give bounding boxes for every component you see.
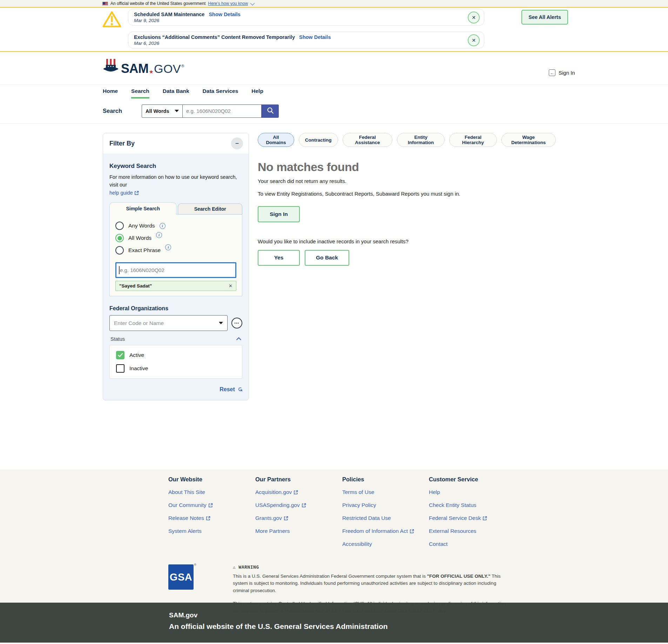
footer-link-acquisition-gov[interactable]: Acquisition.gov xyxy=(255,489,342,495)
alert-close-icon[interactable]: ✕ xyxy=(468,34,480,46)
go-back-button[interactable]: Go Back xyxy=(305,250,349,266)
footer-link-grants-gov[interactable]: Grants.gov xyxy=(255,515,342,521)
footer-col-our-partners: Our Partners Acquisition.gov USASpending… xyxy=(255,476,342,554)
status-section-label: Status xyxy=(110,336,125,342)
footer-link-system-alerts[interactable]: System Alerts xyxy=(168,528,255,534)
info-icon[interactable]: i xyxy=(165,244,171,250)
footer-link-accessibility[interactable]: Accessibility xyxy=(342,541,429,547)
tab-search-editor[interactable]: Search Editor xyxy=(178,203,242,215)
chevron-up-icon[interactable] xyxy=(236,337,241,342)
sam-gov-logo[interactable]: SAM ★ GOV ® xyxy=(103,58,184,75)
footer-link-release-notes[interactable]: Release Notes xyxy=(168,515,255,521)
checkbox-inactive[interactable] xyxy=(116,364,124,373)
us-flag-icon xyxy=(102,2,108,6)
magnifier-icon xyxy=(266,107,274,115)
footer-link-more-partners[interactable]: More Partners xyxy=(255,528,342,534)
checkbox-active[interactable] xyxy=(116,351,124,359)
warning-paragraph-1: This is a U.S. General Services Administ… xyxy=(233,573,512,594)
radio-exact-phrase[interactable] xyxy=(115,246,124,255)
pill-all-domains[interactable]: All Domains xyxy=(258,133,294,147)
alert-title: Exclusions “Additional Comments” Content… xyxy=(134,34,295,40)
caret-down-icon[interactable] xyxy=(219,322,223,324)
pill-entity-information[interactable]: Entity Information xyxy=(397,133,445,147)
nav-item-search[interactable]: Search xyxy=(131,85,149,99)
footer-link-foia[interactable]: Freedom of Information Act xyxy=(342,528,429,534)
footer-link-restricted-data-use[interactable]: Restricted Data Use xyxy=(342,515,429,521)
pill-wage-determinations[interactable]: Wage Determinations xyxy=(501,133,556,147)
footer-link-about-this-site[interactable]: About This Site xyxy=(168,489,255,495)
filter-panel-title: Filter By xyxy=(109,140,135,147)
pill-contracting[interactable]: Contracting xyxy=(299,133,338,147)
footer-link-check-entity-status[interactable]: Check Entity Status xyxy=(429,502,534,508)
chevron-down-icon xyxy=(250,1,255,5)
gsa-logo: GSA ® xyxy=(168,564,194,590)
alert-date: Mar 9, 2026 xyxy=(134,18,463,23)
footer-col-customer-service: Customer Service Help Check Entity Statu… xyxy=(429,476,534,554)
checkbox-label: Inactive xyxy=(129,365,148,372)
collapse-filters-icon[interactable]: − xyxy=(231,137,243,149)
chip-remove-icon[interactable]: ✕ xyxy=(229,283,232,289)
nav-item-data-bank[interactable]: Data Bank xyxy=(163,85,189,99)
info-icon[interactable]: i xyxy=(160,223,166,229)
alerts-section: Scheduled SAM Maintenance Show Details M… xyxy=(0,8,668,52)
federal-org-combobox[interactable] xyxy=(109,315,228,331)
alert-date: Mar 6, 2026 xyxy=(134,41,463,46)
help-guide-link[interactable]: help guide xyxy=(109,189,139,197)
alert-title: Scheduled SAM Maintenance xyxy=(134,12,204,17)
org-hierarchy-more-icon[interactable]: ••• xyxy=(231,318,242,328)
reset-filters-link[interactable]: Reset xyxy=(220,386,235,393)
warning-triangle-icon xyxy=(102,10,122,30)
radio-all-words[interactable] xyxy=(115,234,124,242)
info-icon[interactable]: i xyxy=(156,232,162,238)
nav-item-data-services[interactable]: Data Services xyxy=(203,85,238,99)
see-all-alerts-button[interactable]: See All Alerts xyxy=(521,10,568,25)
logo-star-icon: ★ xyxy=(149,69,154,74)
footer-link-external-resources[interactable]: External Resources xyxy=(429,528,534,534)
alert-show-details-link[interactable]: Show Details xyxy=(209,12,240,17)
footer-link-privacy-policy[interactable]: Privacy Policy xyxy=(342,502,429,508)
footer-link-contact[interactable]: Contact xyxy=(429,541,534,547)
nav-item-help[interactable]: Help xyxy=(251,85,263,99)
search-bar-row: Search All Words xyxy=(0,99,668,124)
header-sign-in-link[interactable]: ← Sign In xyxy=(549,69,575,76)
yes-button[interactable]: Yes xyxy=(258,250,300,266)
warning-paragraph-2: This system contains Controlled Unclassi… xyxy=(233,600,512,615)
footer-link-terms-of-use[interactable]: Terms of Use xyxy=(342,489,429,495)
footer-link-usaspending-gov[interactable]: USASpending.gov xyxy=(255,502,342,508)
nav-item-home[interactable]: Home xyxy=(103,85,118,99)
footer-link-our-community[interactable]: Our Community xyxy=(168,502,255,508)
keyword-tabs: Simple Search Search Editor xyxy=(109,202,242,215)
radio-label: Any Words xyxy=(128,223,155,229)
logo-registered-mark: ® xyxy=(181,64,184,68)
filter-panel: Filter By − Keyword Search For more info… xyxy=(103,133,249,400)
tab-simple-search[interactable]: Simple Search xyxy=(109,202,176,215)
radio-label: All Words xyxy=(128,235,151,241)
pill-federal-assistance[interactable]: Federal Assistance xyxy=(343,133,393,147)
keyword-search-input[interactable] xyxy=(115,262,236,278)
search-label: Search xyxy=(103,108,122,114)
global-search-input[interactable] xyxy=(183,104,262,118)
sign-in-button[interactable]: Sign In xyxy=(258,206,300,222)
search-mode-select[interactable]: All Words xyxy=(142,104,183,118)
banner-how-you-know-link[interactable]: Here’s how you know xyxy=(208,1,248,6)
footer-heading: Policies xyxy=(342,476,429,483)
search-submit-button[interactable] xyxy=(262,104,279,118)
radio-any-words[interactable] xyxy=(115,222,124,230)
radio-label: Exact Phrase xyxy=(128,247,161,253)
alert-show-details-link[interactable]: Show Details xyxy=(299,34,331,40)
external-link-icon xyxy=(302,503,306,508)
no-results-text: Your search did not return any results. xyxy=(258,178,556,184)
logo-sam-text: SAM xyxy=(121,62,149,75)
footer-link-federal-service-desk[interactable]: Federal Service Desk xyxy=(429,515,534,521)
alert-close-icon[interactable]: ✕ xyxy=(468,12,480,23)
banner-text: An official website of the United States… xyxy=(110,1,205,6)
pill-federal-hierarchy[interactable]: Federal Hierarchy xyxy=(449,133,497,147)
refresh-icon[interactable]: ↻ xyxy=(236,387,243,392)
check-icon xyxy=(118,353,123,357)
federal-organizations-heading: Federal Organizations xyxy=(109,305,242,312)
text-cursor xyxy=(119,266,120,274)
no-matches-title: No matches found xyxy=(258,160,556,174)
footer-link-help[interactable]: Help xyxy=(429,489,534,495)
external-link-icon xyxy=(410,529,414,534)
footer-agency-line: An official website of the U.S. General … xyxy=(169,622,668,631)
